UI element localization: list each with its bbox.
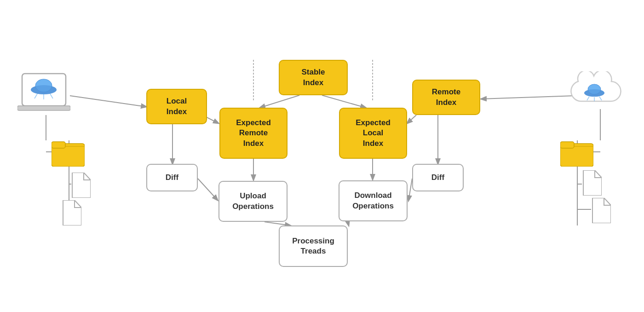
expected-remote-index-node: Expected Remote Index [219, 108, 288, 159]
diagram: Stable Index Local Index Remote Index Ex… [0, 0, 644, 312]
folder-left-icon [52, 138, 85, 167]
cloud-icon [567, 71, 622, 110]
svg-rect-43 [560, 142, 574, 148]
file-right-2-icon [590, 198, 611, 223]
diff-left-label: Diff [166, 173, 178, 183]
svg-line-12 [264, 222, 290, 225]
remote-index-node: Remote Index [412, 80, 480, 115]
svg-line-2 [322, 95, 366, 108]
upload-operations-node: Upload Operations [218, 181, 288, 222]
expected-remote-index-label: Expected Remote Index [236, 118, 271, 148]
expected-local-index-label: Expected Local Index [356, 118, 391, 148]
local-index-node: Local Index [146, 89, 207, 124]
local-index-label: Local Index [167, 96, 187, 116]
svg-line-1 [260, 95, 299, 108]
download-operations-node: Download Operations [339, 180, 408, 221]
laptop-icon [17, 73, 70, 114]
download-operations-label: Download Operations [352, 191, 394, 211]
file-left-2-icon [61, 200, 81, 225]
diff-left-node: Diff [146, 164, 198, 191]
svg-line-0 [70, 96, 146, 107]
svg-line-8 [198, 179, 218, 200]
processing-threads-label: Processing Treads [292, 236, 334, 256]
svg-rect-41 [52, 142, 65, 148]
processing-threads-node: Processing Treads [279, 225, 348, 267]
remote-index-label: Remote Index [432, 87, 460, 107]
svg-line-13 [348, 222, 349, 225]
svg-rect-27 [17, 106, 70, 110]
svg-point-36 [584, 89, 604, 97]
expected-local-index-node: Expected Local Index [339, 108, 407, 159]
svg-line-7 [481, 96, 575, 99]
upload-operations-label: Upload Operations [232, 191, 274, 211]
folder-right-icon [560, 138, 593, 167]
stable-index-label: Stable Index [301, 67, 325, 87]
file-right-1-icon [581, 170, 602, 196]
diff-right-label: Diff [431, 173, 444, 183]
svg-point-30 [31, 85, 57, 94]
svg-line-10 [408, 179, 412, 201]
file-left-1-icon [70, 173, 91, 198]
diff-right-node: Diff [412, 164, 464, 191]
svg-line-6 [407, 115, 416, 123]
stable-index-node: Stable Index [279, 60, 348, 95]
